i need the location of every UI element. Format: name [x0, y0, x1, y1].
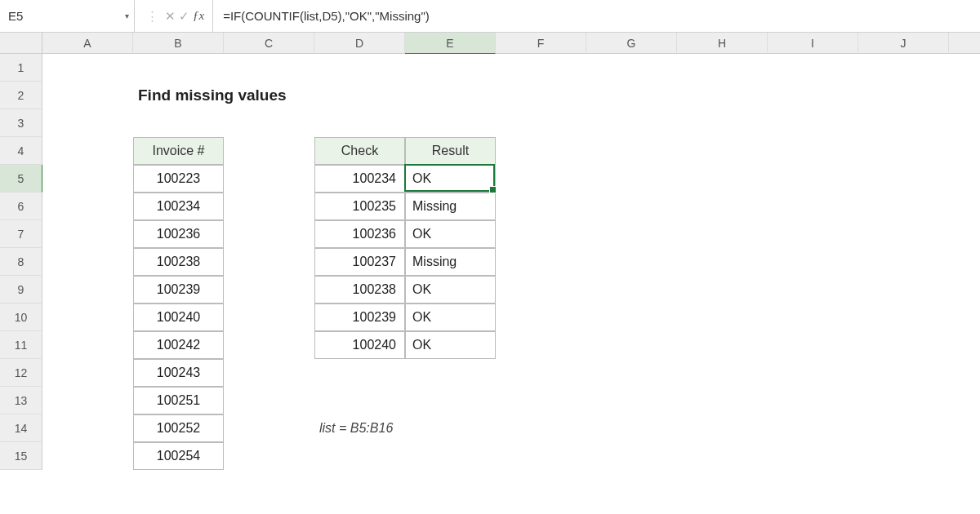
invoice-header: Invoice # [133, 137, 224, 165]
name-box[interactable]: E5 ▾ [0, 0, 135, 32]
row-header[interactable]: 4 [0, 137, 42, 165]
result-cell[interactable]: Missing [405, 193, 496, 220]
note-text: list = B5:B16 [314, 414, 405, 442]
formula-bar-icons: ⋮ ✕ ✓ ƒx [135, 0, 213, 32]
row-header[interactable]: 7 [0, 220, 42, 248]
column-header[interactable]: C [224, 33, 314, 54]
row-header[interactable]: 6 [0, 193, 42, 220]
page-title: Find missing values [133, 82, 224, 109]
column-header[interactable]: G [586, 33, 677, 54]
fx-icon[interactable]: ƒx [193, 9, 204, 23]
result-cell[interactable]: OK [405, 331, 496, 359]
formula-bar: E5 ▾ ⋮ ✕ ✓ ƒx =IF(COUNTIF(list,D5),"OK",… [0, 0, 980, 33]
formula-text: =IF(COUNTIF(list,D5),"OK","Missing") [223, 9, 430, 23]
row-header[interactable]: 2 [0, 82, 42, 109]
column-header[interactable]: H [677, 33, 768, 54]
chevron-down-icon[interactable]: ▾ [125, 11, 129, 20]
column-header[interactable]: D [314, 33, 405, 54]
check-cell[interactable]: 100234 [314, 165, 405, 193]
row-header[interactable]: 9 [0, 276, 42, 304]
invoice-cell[interactable]: 100242 [133, 331, 224, 359]
row-headers: 123456789101112131415 [0, 54, 42, 470]
invoice-cell[interactable]: 100252 [133, 414, 224, 442]
check-cell[interactable]: 100237 [314, 248, 405, 276]
row-header[interactable]: 1 [0, 54, 42, 82]
invoice-cell[interactable]: 100236 [133, 220, 224, 248]
check-cell[interactable]: 100235 [314, 193, 405, 220]
column-headers: ABCDEFGHIJK [42, 33, 980, 54]
row-header[interactable]: 15 [0, 442, 42, 470]
invoice-cell[interactable]: 100243 [133, 359, 224, 387]
invoice-cell[interactable]: 100239 [133, 276, 224, 304]
row-header[interactable]: 11 [0, 331, 42, 359]
row-header[interactable]: 5 [0, 165, 42, 193]
invoice-cell[interactable]: 100238 [133, 248, 224, 276]
column-header[interactable]: K [949, 33, 980, 54]
check-header: Check [314, 137, 405, 165]
row-header[interactable]: 10 [0, 304, 42, 331]
invoice-cell[interactable]: 100223 [133, 165, 224, 193]
check-cell[interactable]: 100239 [314, 304, 405, 331]
check-icon[interactable]: ✓ [179, 9, 189, 24]
result-cell[interactable]: Missing [405, 248, 496, 276]
name-box-value: E5 [8, 9, 23, 23]
invoice-cell[interactable]: 100254 [133, 442, 224, 470]
select-all-corner[interactable] [0, 33, 42, 54]
check-cell[interactable]: 100238 [314, 276, 405, 304]
row-header[interactable]: 12 [0, 359, 42, 387]
row-header[interactable]: 13 [0, 387, 42, 414]
invoice-cell[interactable]: 100251 [133, 387, 224, 414]
formula-input[interactable]: =IF(COUNTIF(list,D5),"OK","Missing") [213, 9, 980, 23]
row-header[interactable]: 8 [0, 248, 42, 276]
result-cell[interactable]: OK [405, 304, 496, 331]
result-cell[interactable]: OK [405, 220, 496, 248]
result-cell[interactable]: OK [405, 165, 496, 193]
cancel-icon[interactable]: ✕ [165, 9, 176, 24]
row-header[interactable]: 3 [0, 109, 42, 137]
invoice-cell[interactable]: 100240 [133, 304, 224, 331]
column-header[interactable]: I [768, 33, 858, 54]
column-header[interactable]: E [405, 33, 496, 54]
column-header[interactable]: B [133, 33, 224, 54]
result-cell[interactable]: OK [405, 276, 496, 304]
row-header[interactable]: 14 [0, 414, 42, 442]
column-header[interactable]: J [858, 33, 949, 54]
column-header[interactable]: F [496, 33, 586, 54]
column-header[interactable]: A [42, 33, 133, 54]
check-cell[interactable]: 100240 [314, 331, 405, 359]
check-cell[interactable]: 100236 [314, 220, 405, 248]
invoice-cell[interactable]: 100234 [133, 193, 224, 220]
result-header: Result [405, 137, 496, 165]
